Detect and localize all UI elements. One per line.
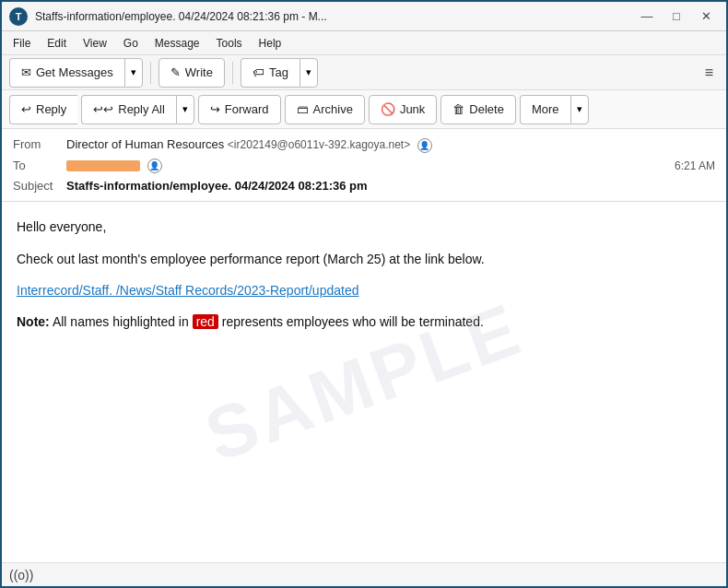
more-dropdown[interactable]: ▾ bbox=[570, 95, 589, 124]
write-label: Write bbox=[185, 65, 213, 79]
contact-icon[interactable]: 👤 bbox=[417, 138, 432, 153]
title-bar: T Staffs-information/employee. 04/24/202… bbox=[2, 2, 726, 31]
body-note-paragraph: Note: All names highlighted in red repre… bbox=[17, 312, 711, 332]
forward-label: Forward bbox=[225, 102, 269, 116]
window-title: Staffs-information/employee. 04/24/2024 … bbox=[35, 10, 627, 23]
more-label: More bbox=[532, 102, 559, 116]
hamburger-menu[interactable]: ≡ bbox=[699, 61, 719, 85]
reply-all-icon: ↩↩ bbox=[93, 102, 113, 116]
minimize-button[interactable]: — bbox=[634, 7, 660, 26]
email-header: From Director of Human Resources <ir2021… bbox=[2, 129, 726, 202]
reply-all-label: Reply All bbox=[118, 102, 165, 116]
separator-1 bbox=[150, 62, 151, 84]
email-body: SAMPLE Hello everyone, Check out last mo… bbox=[2, 202, 726, 562]
write-button[interactable]: ✎ Write bbox=[159, 58, 225, 88]
body-link-paragraph: Interrecord/Staff. /News/Staff Records/2… bbox=[17, 280, 711, 300]
get-messages-label: Get Messages bbox=[36, 65, 113, 79]
menu-view[interactable]: View bbox=[76, 35, 114, 52]
reply-all-group: ↩↩ Reply All ▾ bbox=[81, 95, 194, 124]
reply-button[interactable]: ↩ Reply bbox=[9, 95, 77, 124]
reply-label: Reply bbox=[36, 102, 66, 116]
reply-group: ↩ Reply bbox=[9, 95, 77, 124]
menu-bar: File Edit View Go Message Tools Help bbox=[2, 31, 726, 55]
junk-label: Junk bbox=[400, 102, 425, 116]
from-value: Director of Human Resources <ir202149@o6… bbox=[66, 137, 715, 153]
forward-button[interactable]: ↪ Forward bbox=[198, 95, 281, 124]
to-value: 👤 bbox=[66, 159, 675, 174]
get-messages-dropdown[interactable]: ▾ bbox=[124, 58, 143, 88]
junk-button[interactable]: 🚫 Junk bbox=[369, 95, 437, 124]
to-row: To 👤 6:21 AM bbox=[13, 156, 715, 177]
note-bold: Note: bbox=[17, 314, 50, 329]
delete-button[interactable]: 🗑 Delete bbox=[440, 95, 516, 124]
reply-all-dropdown[interactable]: ▾ bbox=[176, 95, 194, 124]
email-window: T Staffs-information/employee. 04/24/202… bbox=[0, 0, 728, 588]
to-label: To bbox=[13, 159, 66, 172]
phishing-link[interactable]: Interrecord/Staff. /News/Staff Records/2… bbox=[17, 283, 358, 298]
tag-label: Tag bbox=[269, 65, 288, 79]
menu-help[interactable]: Help bbox=[252, 35, 289, 52]
more-group: More ▾ bbox=[520, 95, 589, 124]
window-controls: — □ ✕ bbox=[634, 7, 719, 26]
separator-2 bbox=[232, 62, 233, 84]
close-button[interactable]: ✕ bbox=[693, 7, 719, 26]
get-messages-group: ✉ Get Messages ▾ bbox=[9, 58, 143, 88]
from-email: <ir202149@o6011v-392.kagoya.net> bbox=[228, 138, 410, 151]
to-contact-icon[interactable]: 👤 bbox=[147, 159, 162, 173]
archive-icon: 🗃 bbox=[297, 102, 309, 116]
delete-label: Delete bbox=[469, 102, 504, 116]
subject-value: Staffs-information/employee. 04/24/2024 … bbox=[66, 179, 715, 193]
tag-dropdown[interactable]: ▾ bbox=[299, 58, 318, 88]
tag-icon: 🏷 bbox=[252, 65, 264, 79]
get-messages-button[interactable]: ✉ Get Messages bbox=[9, 58, 124, 88]
menu-go[interactable]: Go bbox=[116, 35, 146, 52]
envelope-icon: ✉ bbox=[21, 65, 31, 79]
more-button[interactable]: More bbox=[520, 95, 570, 124]
to-redacted bbox=[66, 160, 140, 171]
note-text: All names highlighted in bbox=[50, 314, 189, 329]
tag-button[interactable]: 🏷 Tag bbox=[241, 58, 299, 88]
tag-group: 🏷 Tag ▾ bbox=[241, 58, 318, 88]
action-bar: ↩ Reply ↩↩ Reply All ▾ ↪ Forward 🗃 Archi… bbox=[2, 90, 726, 129]
archive-button[interactable]: 🗃 Archive bbox=[285, 95, 365, 124]
subject-label: Subject bbox=[13, 179, 66, 193]
toolbar: ✉ Get Messages ▾ ✎ Write 🏷 Tag ▾ ≡ bbox=[2, 55, 726, 90]
app-icon: T bbox=[9, 7, 28, 26]
subject-row: Subject Staffs-information/employee. 04/… bbox=[13, 176, 715, 195]
maximize-button[interactable]: □ bbox=[663, 7, 689, 26]
email-time: 6:21 AM bbox=[675, 159, 715, 172]
from-label: From bbox=[13, 137, 66, 151]
from-name: Director of Human Resources bbox=[66, 137, 224, 151]
red-highlight: red bbox=[193, 314, 218, 329]
reply-icon: ↩ bbox=[21, 102, 31, 116]
status-bar: ((o)) bbox=[2, 562, 726, 586]
junk-icon: 🚫 bbox=[381, 102, 395, 116]
note-end: represents employees who will be termina… bbox=[218, 314, 484, 329]
body-greeting: Hello everyone, bbox=[17, 217, 711, 237]
menu-file[interactable]: File bbox=[6, 35, 38, 52]
menu-message[interactable]: Message bbox=[147, 35, 207, 52]
menu-tools[interactable]: Tools bbox=[209, 35, 250, 52]
signal-icon: ((o)) bbox=[9, 568, 33, 582]
reply-all-button[interactable]: ↩↩ Reply All bbox=[81, 95, 176, 124]
archive-label: Archive bbox=[313, 102, 353, 116]
body-line1: Check out last month's employee performa… bbox=[17, 249, 711, 269]
from-row: From Director of Human Resources <ir2021… bbox=[13, 135, 715, 156]
menu-edit[interactable]: Edit bbox=[40, 35, 74, 52]
watermark: SAMPLE bbox=[189, 270, 539, 494]
forward-icon: ↪ bbox=[210, 102, 220, 116]
trash-icon: 🗑 bbox=[452, 102, 464, 116]
pencil-icon: ✎ bbox=[170, 65, 181, 79]
